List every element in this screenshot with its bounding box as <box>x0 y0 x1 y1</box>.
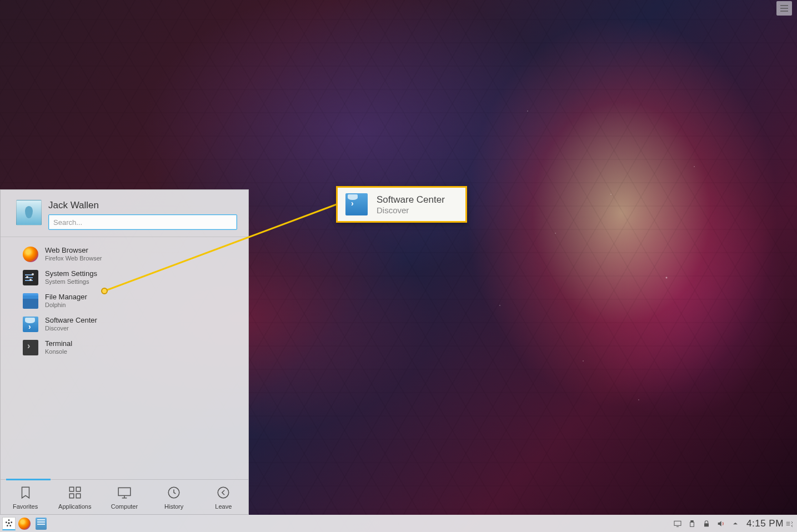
discover-icon <box>345 193 368 215</box>
favorite-title: Terminal <box>45 339 72 348</box>
annotation-anchor-dot <box>101 288 108 294</box>
tab-history[interactable]: History <box>149 485 198 510</box>
show-desktop-icon <box>785 519 794 528</box>
svg-point-9 <box>6 521 7 523</box>
lock-icon <box>702 519 711 528</box>
svg-point-13 <box>8 522 9 524</box>
favorites-list: Web Browser Firefox Web Browser System S… <box>1 237 248 479</box>
favorite-title: Web Browser <box>45 246 102 255</box>
clock-area[interactable]: 4:15 PM <box>745 515 797 532</box>
taskbar-firefox[interactable] <box>17 516 32 531</box>
tray-volume[interactable] <box>716 519 725 528</box>
system-tray <box>668 515 745 532</box>
favorite-software-center[interactable]: Software Center Discover <box>1 313 248 336</box>
computer-icon <box>117 485 132 500</box>
settings-icon <box>23 270 38 285</box>
favorite-web-browser[interactable]: Web Browser Firefox Web Browser <box>1 243 248 266</box>
svg-rect-15 <box>690 520 693 522</box>
hamburger-icon <box>780 5 789 12</box>
user-name: Jack Wallen <box>48 200 237 211</box>
tab-applications[interactable]: Applications <box>51 485 99 510</box>
svg-point-8 <box>8 519 10 521</box>
firefox-icon <box>23 247 38 262</box>
desktop-toolbox-button[interactable] <box>776 1 792 16</box>
folder-icon <box>23 293 38 309</box>
tray-display[interactable] <box>673 519 682 528</box>
svg-rect-14 <box>674 521 681 525</box>
svg-point-6 <box>218 487 229 498</box>
svg-point-10 <box>11 521 12 523</box>
favorite-title: File Manager <box>45 293 87 302</box>
favorite-system-settings[interactable]: System Settings System Settings <box>1 266 248 289</box>
favorite-title: Software Center <box>45 316 97 325</box>
tab-computer[interactable]: Computer <box>100 485 149 510</box>
display-icon <box>673 519 682 528</box>
callout-subtitle: Discover <box>377 205 445 215</box>
svg-point-11 <box>7 525 8 526</box>
favorite-title: System Settings <box>45 269 97 278</box>
taskbar-files[interactable] <box>33 516 49 531</box>
favorite-terminal[interactable]: Terminal Konsole <box>1 336 248 359</box>
chevron-up-icon <box>731 519 740 528</box>
svg-rect-2 <box>69 494 74 498</box>
favorite-file-manager[interactable]: File Manager Dolphin <box>1 289 248 313</box>
favorite-subtitle: Discover <box>45 325 97 333</box>
favorite-subtitle: Firefox Web Browser <box>45 255 102 263</box>
svg-rect-1 <box>76 487 81 491</box>
leave-icon <box>216 485 230 500</box>
firefox-icon <box>18 518 31 530</box>
start-button[interactable] <box>2 517 16 530</box>
volume-icon <box>716 519 725 528</box>
apps-grid-icon <box>68 485 82 500</box>
taskbar <box>0 515 745 532</box>
tray-expand[interactable] <box>731 519 740 528</box>
tray-storage[interactable] <box>688 519 696 528</box>
svg-rect-3 <box>76 494 81 498</box>
favorite-subtitle: Konsole <box>45 348 72 356</box>
callout-title: Software Center <box>377 194 445 205</box>
search-input[interactable] <box>48 214 237 230</box>
favorite-subtitle: System Settings <box>45 278 97 286</box>
tab-leave[interactable]: Leave <box>199 485 248 510</box>
svg-rect-17 <box>704 523 709 526</box>
tray-lock[interactable] <box>702 519 711 528</box>
user-avatar[interactable] <box>16 200 42 225</box>
usb-icon <box>688 519 696 528</box>
terminal-icon <box>23 340 38 355</box>
application-launcher: Jack Wallen Web Browser Firefox Web Brow… <box>0 189 249 515</box>
annotation-callout: Software Center Discover <box>336 186 467 223</box>
discover-icon <box>23 317 38 332</box>
svg-rect-4 <box>118 488 131 495</box>
svg-rect-0 <box>69 487 74 491</box>
bookmark-icon <box>18 485 33 500</box>
kde-logo-icon <box>4 519 13 528</box>
active-tab-indicator <box>6 479 51 480</box>
favorite-subtitle: Dolphin <box>45 302 87 309</box>
files-icon <box>36 518 47 530</box>
tab-favorites[interactable]: Favorites <box>1 485 50 510</box>
svg-point-12 <box>9 525 11 526</box>
launcher-header: Jack Wallen <box>1 190 248 237</box>
clock: 4:15 PM <box>746 518 784 529</box>
history-icon <box>167 485 181 500</box>
launcher-tabs: Favorites Applications Computer History … <box>1 479 248 514</box>
svg-rect-16 <box>690 522 694 526</box>
